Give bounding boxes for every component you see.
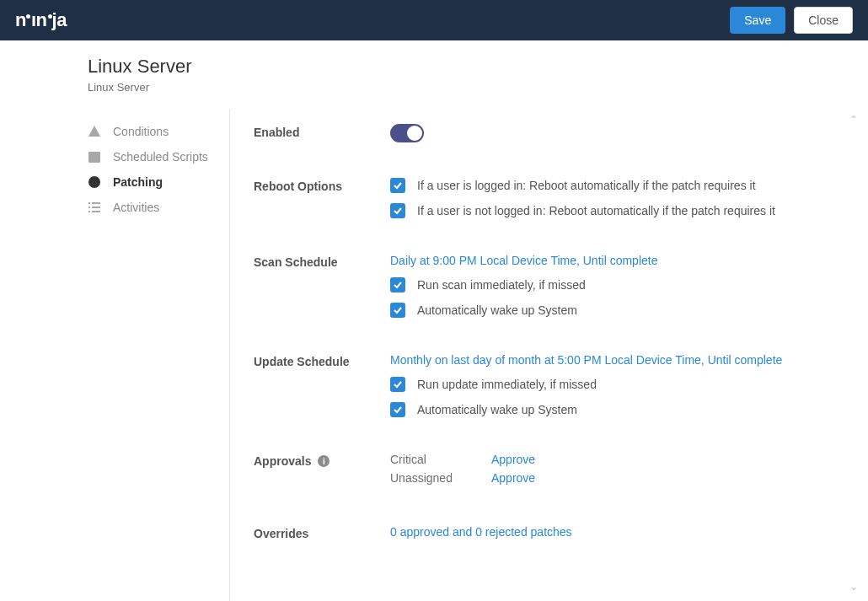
topbar-actions: Save Close	[730, 7, 853, 34]
list-icon	[88, 201, 101, 214]
svg-rect-6	[92, 207, 100, 208]
reboot-logged-in-checkbox[interactable]	[390, 178, 405, 193]
save-button[interactable]: Save	[730, 7, 785, 34]
sidebar-item-patching[interactable]: Patching	[88, 169, 229, 195]
sidebar: Conditions Scheduled Scripts Patching Ac…	[88, 109, 229, 601]
scan-wake-system-checkbox[interactable]	[390, 303, 405, 318]
row-label-scan: Scan Schedule	[254, 254, 390, 269]
scan-wake-system-label: Automatically wake up System	[417, 303, 577, 317]
top-bar: nınja Save Close	[0, 0, 868, 40]
reboot-not-logged-in-label: If a user is not logged in: Reboot autom…	[417, 204, 775, 217]
update-wake-system-label: Automatically wake up System	[417, 403, 577, 416]
scan-run-immediately-label: Run scan immediately, if missed	[417, 278, 586, 292]
sidebar-item-activities[interactable]: Activities	[88, 195, 229, 220]
row-overrides: Overrides 0 approved and 0 rejected patc…	[254, 525, 834, 540]
row-update-schedule: Update Schedule Monthly on last day of m…	[254, 353, 834, 417]
sidebar-item-label: Patching	[113, 175, 163, 189]
scroll-down-chevron-icon[interactable]: ⌄	[849, 581, 858, 593]
approval-action-unassigned[interactable]: Approve	[491, 471, 535, 485]
svg-rect-4	[92, 202, 100, 204]
row-label-reboot: Reboot Options	[254, 178, 390, 193]
sidebar-item-conditions[interactable]: Conditions	[88, 119, 229, 144]
page-header: Linux Server Linux Server	[0, 56, 868, 109]
info-icon[interactable]: i	[318, 455, 330, 467]
approval-category-unassigned: Unassigned	[390, 471, 458, 485]
row-scan-schedule: Scan Schedule Daily at 9:00 PM Local Dev…	[254, 254, 834, 318]
content-area: ⌃ Enabled Reboot Options If a user is lo…	[230, 109, 868, 601]
svg-rect-7	[88, 211, 90, 212]
scroll-up-chevron-icon[interactable]: ⌃	[849, 114, 858, 126]
sidebar-item-scheduled-scripts[interactable]: Scheduled Scripts	[88, 144, 229, 169]
svg-rect-3	[88, 202, 90, 204]
approval-action-critical[interactable]: Approve	[491, 453, 535, 466]
reboot-logged-in-label: If a user is logged in: Reboot automatic…	[417, 179, 756, 192]
row-label-enabled: Enabled	[254, 124, 390, 139]
svg-rect-5	[88, 207, 90, 208]
update-run-immediately-checkbox[interactable]	[390, 377, 405, 392]
row-reboot-options: Reboot Options If a user is logged in: R…	[254, 178, 834, 218]
update-schedule-link[interactable]: Monthly on last day of month at 5:00 PM …	[390, 353, 834, 367]
update-wake-system-checkbox[interactable]	[390, 402, 405, 417]
row-enabled: Enabled	[254, 124, 834, 142]
enabled-toggle[interactable]	[390, 124, 424, 142]
scan-schedule-link[interactable]: Daily at 9:00 PM Local Device Time, Unti…	[390, 254, 834, 267]
row-label-overrides: Overrides	[254, 525, 390, 540]
row-label-update: Update Schedule	[254, 353, 390, 368]
page-subtitle: Linux Server	[88, 81, 868, 94]
calendar-icon	[88, 150, 101, 164]
sidebar-item-label: Scheduled Scripts	[113, 150, 208, 164]
update-run-immediately-label: Run update immediately, if missed	[417, 378, 597, 391]
svg-rect-8	[92, 211, 100, 212]
row-label-approvals: Approvals i	[254, 453, 390, 468]
arrow-circle-up-icon	[88, 175, 101, 189]
warning-icon	[88, 125, 101, 138]
page-title: Linux Server	[88, 56, 868, 78]
reboot-not-logged-in-checkbox[interactable]	[390, 203, 405, 218]
scan-run-immediately-checkbox[interactable]	[390, 277, 405, 292]
overrides-link[interactable]: 0 approved and 0 rejected patches	[390, 525, 572, 539]
sidebar-item-label: Conditions	[113, 125, 169, 138]
close-button[interactable]: Close	[794, 7, 853, 34]
sidebar-item-label: Activities	[113, 201, 159, 214]
row-approvals: Approvals i Critical Approve Unassigned …	[254, 453, 834, 490]
approval-category-critical: Critical	[390, 453, 458, 466]
logo: nınja	[15, 9, 67, 31]
